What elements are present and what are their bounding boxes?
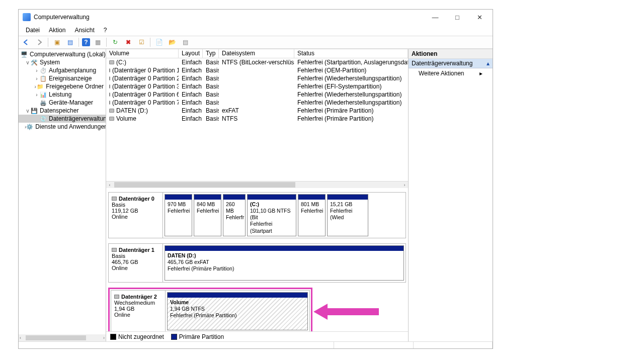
volume-name: Volume (116, 115, 136, 122)
drive-icon (109, 60, 114, 64)
tree-label: Dienste und Anwendungen (35, 123, 106, 130)
maximize-button[interactable]: □ (446, 10, 468, 24)
partition-volume[interactable]: Volume1,94 GB NTFSFehlerfrei (Primäre Pa… (167, 292, 308, 330)
center-pane: Volume Layout Typ Dateisystem Status (C:… (106, 49, 408, 341)
tree-label: Leistung (49, 91, 71, 98)
actions-more[interactable]: Weitere Aktionen ▸ (409, 68, 493, 78)
menu-help[interactable]: ? (100, 26, 111, 35)
drive-icon (109, 84, 110, 88)
partition[interactable]: 970 MBFehlerfrei (165, 194, 192, 236)
volume-name: (Datenträger 0 Partition 2) (112, 75, 179, 82)
check-button[interactable]: ☑ (136, 37, 147, 48)
actions-heading: Aktionen (409, 49, 493, 59)
drive-icon (109, 68, 110, 72)
export-button[interactable]: 📂 (167, 37, 178, 48)
refresh-button[interactable]: ↻ (110, 37, 121, 48)
show-hide-tree-button[interactable]: ▤ (64, 37, 75, 48)
volume-row[interactable]: DATEN (D:)EinfachBasisexFATFehlerfrei (P… (106, 107, 408, 115)
up-button[interactable]: ▣ (51, 37, 62, 48)
disk-2[interactable]: Datenträger 2 Wechselmedium 1,94 GB Onli… (111, 290, 310, 331)
chevron-up-icon: ▴ (487, 60, 490, 67)
legend-primary-icon (171, 334, 177, 340)
tree-ereignisanzeige[interactable]: ›📋Ereignisanzeige (19, 74, 106, 82)
tree-pane: 🖥️Computerverwaltung (Lokal) v🛠️System ›… (19, 49, 106, 341)
col-typ[interactable]: Typ (203, 49, 219, 58)
legend: Nicht zugeordnet Primäre Partition (106, 331, 408, 341)
tree-label: Geräte-Manager (49, 99, 93, 106)
volume-name: (Datenträger 0 Partition 1) (112, 67, 179, 74)
app-icon (23, 13, 31, 21)
disk-icon (112, 248, 117, 252)
help-button[interactable]: ? (82, 38, 90, 46)
back-button[interactable] (21, 37, 32, 48)
volume-row[interactable]: (Datenträger 0 Partition 7)EinfachBasisF… (106, 99, 408, 107)
tree-label: Aufgabenplanung (49, 67, 96, 74)
menu-datei[interactable]: Datei (22, 26, 44, 35)
volume-name: DATEN (D:) (116, 107, 148, 114)
partition-d[interactable]: DATEN (D:)465,76 GB exFATFehlerfrei (Pri… (165, 245, 404, 281)
disk-graphical-area: Datenträger 0 Basis 119,12 GB Online 970… (106, 188, 408, 331)
volume-list-hscroll[interactable]: ‹ › (106, 181, 408, 188)
volume-row[interactable]: (Datenträger 0 Partition 6)EinfachBasisF… (106, 90, 408, 99)
volume-row[interactable]: VolumeEinfachBasisNTFSFehlerfrei (Primär… (106, 115, 408, 123)
volume-name: (C:) (116, 59, 126, 66)
col-layout[interactable]: Layout (179, 49, 203, 58)
actions-pane: Aktionen Datenträgerverwaltung ▴ Weitere… (408, 49, 493, 341)
tree-aufgabenplanung[interactable]: ›⏱️Aufgabenplanung (19, 66, 106, 74)
tree-root-label: Computerverwaltung (Lokal) (30, 51, 106, 58)
disk-icon (112, 197, 117, 201)
volume-row[interactable]: (C:)EinfachBasisNTFS (BitLocker-verschlü… (106, 58, 408, 66)
actions-section-label: Datenträgerverwaltung (412, 60, 472, 67)
col-dateisystem[interactable]: Dateisystem (219, 49, 294, 58)
disk-type: Wechselmedium (114, 300, 162, 306)
new-folder-button[interactable]: 📄 (153, 37, 165, 48)
tree-datentraegerverwaltung[interactable]: 💿Datenträgerverwaltung (19, 115, 106, 123)
tree-freigegebene[interactable]: ›📁Freigegebene Ordner (19, 82, 106, 90)
disk-0[interactable]: Datenträger 0 Basis 119,12 GB Online 970… (108, 192, 406, 238)
drive-icon (109, 109, 114, 113)
tree-geraetemanager[interactable]: 🖨️Geräte-Manager (19, 99, 106, 107)
menu-aktion[interactable]: Aktion (45, 26, 69, 35)
drive-icon (109, 93, 110, 97)
disk-1[interactable]: Datenträger 1 Basis 465,76 GB Online DAT… (108, 243, 406, 283)
forward-button[interactable] (34, 37, 45, 48)
partition-c[interactable]: (C:)101,10 GB NTFS (BitFehlerfrei (Start… (247, 194, 296, 236)
tree-dienste[interactable]: ›⚙️Dienste und Anwendungen (19, 123, 106, 131)
tree-leistung[interactable]: ›📊Leistung (19, 90, 106, 99)
tree-datenspeicher[interactable]: v💾Datenspeicher (19, 107, 106, 115)
close-button[interactable]: ✕ (468, 10, 491, 24)
statusbar (19, 341, 493, 348)
volume-row[interactable]: (Datenträger 0 Partition 1)EinfachBasisF… (106, 66, 408, 74)
col-volume[interactable]: Volume (106, 49, 179, 58)
view-button[interactable]: ▤ (180, 37, 191, 48)
tree-root[interactable]: 🖥️Computerverwaltung (Lokal) (19, 50, 106, 58)
tree-system-label: System (40, 59, 60, 66)
properties-button[interactable]: ▦ (92, 37, 103, 48)
tree-label: Datenspeicher (40, 107, 78, 114)
legend-unallocated-label: Nicht zugeordnet (118, 333, 164, 340)
tree-label: Datenträgerverwaltung (49, 115, 106, 122)
partition[interactable]: 840 MBFehlerfrei (194, 194, 221, 236)
actions-section[interactable]: Datenträgerverwaltung ▴ (409, 59, 493, 68)
menu-ansicht[interactable]: Ansicht (70, 26, 98, 35)
volume-list: (C:)EinfachBasisNTFS (BitLocker-verschlü… (106, 58, 408, 181)
volume-list-header: Volume Layout Typ Dateisystem Status (106, 49, 408, 58)
drive-icon (109, 101, 110, 105)
tree-hscroll[interactable]: ‹ › (19, 334, 106, 341)
col-status[interactable]: Status (294, 49, 408, 58)
tree-system[interactable]: v🛠️System (19, 58, 106, 66)
partition[interactable]: 15,21 GBFehlerfrei (Wied (327, 194, 368, 236)
actions-more-label: Weitere Aktionen (419, 70, 464, 77)
volume-row[interactable]: (Datenträger 0 Partition 3)EinfachBasisF… (106, 82, 408, 90)
disk-type: Basis (112, 253, 159, 259)
disk-name: Datenträger 0 (119, 196, 154, 202)
disk-name: Datenträger 2 (121, 294, 157, 300)
minimize-button[interactable]: — (424, 10, 446, 24)
partition[interactable]: 801 MBFehlerfrei (298, 194, 326, 236)
chevron-right-icon: ▸ (479, 70, 482, 77)
disk-2-highlight: Datenträger 2 Wechselmedium 1,94 GB Onli… (108, 288, 312, 331)
partition[interactable]: 260 MBFehlerfr (223, 194, 246, 236)
volume-row[interactable]: (Datenträger 0 Partition 2)EinfachBasisF… (106, 74, 408, 82)
delete-button[interactable]: ✖ (123, 37, 134, 48)
disk-state: Online (114, 312, 162, 318)
